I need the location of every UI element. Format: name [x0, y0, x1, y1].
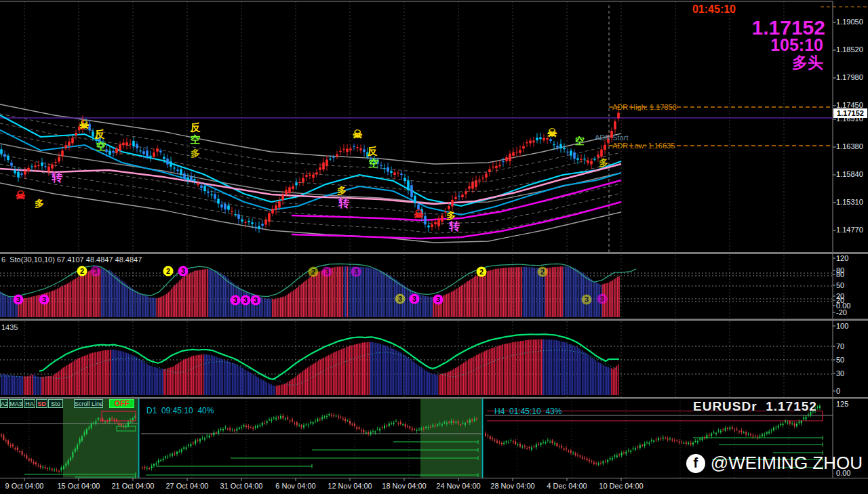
facebook-icon: f	[686, 454, 705, 473]
signal-badge-3: 3	[597, 294, 608, 304]
oscillator-panel	[0, 321, 833, 397]
signal-badge-3: 3	[39, 295, 50, 305]
time-axis-label: 31 Oct 04:00	[220, 482, 263, 490]
current-price-tag: 1.17152	[833, 108, 867, 118]
adr-high-label: ADR High: 1.17353	[612, 103, 677, 111]
button-scroll-line[interactable]: Scroll Line	[74, 399, 103, 408]
oscillator-label: 1435	[1, 323, 18, 331]
cjk-annotation: 多	[35, 199, 44, 208]
signal-badge-2: 2	[163, 266, 174, 276]
osc-axis-label: 30	[836, 369, 844, 377]
skull-icon: ☠	[547, 127, 557, 139]
time-axis-label: 12 Nov 04:00	[328, 482, 372, 490]
watermark: f @WEIMING ZHOU	[686, 453, 863, 474]
osc-axis-label: 50	[836, 356, 844, 364]
cjk-annotation: 空	[369, 158, 379, 168]
sentiment-label: 多头	[792, 52, 823, 73]
stochastic-label: 6 Sto(30,10,10) 67.4107 48.4847 48.4847	[1, 255, 142, 264]
signal-badge-2: 2	[477, 267, 487, 277]
cjk-annotation: 空	[191, 134, 201, 144]
chart-canvas	[0, 0, 868, 494]
cjk-annotation: 多	[337, 186, 347, 195]
cjk-annotation: 空	[575, 136, 585, 146]
osc-axis-label: 100	[836, 322, 848, 330]
mini-axis-top-label: 125	[836, 400, 848, 408]
cjk-annotation: 反	[95, 129, 105, 139]
h4-timeframe-label: H4 01:45:10 43%	[494, 407, 561, 416]
cjk-annotation: 转	[52, 172, 62, 183]
cjk-annotation: 多	[599, 158, 608, 167]
signal-badge-3: 3	[582, 295, 592, 305]
button-sd[interactable]: SD	[36, 399, 47, 408]
signal-badge-3: 3	[91, 266, 101, 276]
signal-badge-3: 3	[178, 266, 189, 276]
session-timer: 01:45:10	[692, 3, 736, 16]
stoch-axis-label: 50	[836, 281, 844, 289]
osc-axis-label: 70	[836, 342, 844, 350]
signal-badge-2: 2	[77, 266, 87, 276]
signal-badge-3: 3	[241, 295, 251, 306]
price-axis-label: 1.17980	[836, 73, 863, 81]
d1-timeframe-label: D1 09:45:10 40%	[146, 406, 214, 415]
time-axis-label: 24 Nov 04:00	[436, 482, 480, 490]
cjk-annotation: 反	[368, 146, 378, 156]
adr-low-label: ADR Low: 1.16635	[612, 142, 675, 150]
signal-badge-3: 3	[351, 267, 361, 277]
cjk-annotation: 多	[191, 148, 200, 158]
osc-axis-label: 0	[836, 387, 840, 395]
signal-badge-3: 3	[410, 294, 420, 304]
skull-icon: ☠	[352, 129, 362, 140]
button-ha[interactable]: HA	[24, 399, 35, 408]
symbol-price-label: EURUSDr 1.17152	[693, 399, 817, 414]
skull-icon: ☠	[15, 190, 25, 201]
stoch-axis-label: 80	[836, 270, 844, 279]
signal-badge-3: 3	[322, 267, 332, 277]
trading-app-window: 01:45:10 1.17152 105:10 多头 1.190501.1852…	[0, 0, 868, 494]
time-axis-label: 28 Nov 04:00	[490, 482, 534, 490]
stochastic-panel	[0, 255, 833, 318]
watermark-text: @WEIMING ZHOU	[711, 453, 863, 474]
time-axis-label: 15 Oct 04:00	[58, 482, 100, 490]
button-a2[interactable]: A2	[0, 399, 8, 408]
button-off[interactable]: OFF	[109, 399, 134, 408]
signal-badge-3: 3	[433, 295, 443, 305]
time-axis-label: 4 Dec 04:00	[547, 482, 587, 490]
signal-badge-3: 3	[251, 295, 261, 306]
cjk-annotation: 空	[96, 141, 106, 151]
signal-badge-3: 3	[14, 295, 24, 305]
adr-start-label: ADR Start	[595, 133, 629, 142]
signal-badge-3: 3	[395, 294, 406, 304]
time-axis-label: 9 Oct 04:00	[5, 482, 44, 490]
price-axis-label: 1.14770	[836, 226, 863, 234]
price-axis-label: 1.16380	[836, 142, 863, 150]
price-axis-label: 1.19050	[836, 18, 863, 26]
price-axis-label: 1.15840	[836, 170, 863, 178]
button-sto[interactable]: Sto	[48, 399, 63, 408]
price-axis-label: 1.18520	[836, 45, 863, 54]
time-axis-label: 6 Nov 04:00	[275, 482, 315, 490]
stoch-axis-label: -20	[836, 308, 847, 316]
time-axis-label: 27 Oct 04:00	[166, 482, 209, 490]
price-axis-label: 1.15310	[836, 198, 863, 206]
skull-icon: ☠	[413, 209, 423, 220]
signal-badge-2: 2	[309, 267, 319, 277]
time-axis-label: 10 Dec 04:00	[599, 482, 643, 490]
signal-badge-3: 3	[231, 295, 241, 306]
cjk-annotation: 转	[338, 198, 349, 209]
cjk-annotation: 反	[191, 122, 201, 132]
skull-icon: ☠	[79, 119, 89, 131]
cjk-annotation: 多	[446, 211, 456, 220]
cjk-annotation: 转	[449, 221, 460, 232]
time-axis-label: 21 Oct 04:00	[112, 482, 155, 490]
time-axis-label: 18 Nov 04:00	[382, 482, 426, 490]
signal-badge-2: 2	[538, 267, 548, 277]
stoch-axis-label: 120	[836, 254, 848, 262]
button-ma3[interactable]: MA3	[9, 399, 23, 408]
